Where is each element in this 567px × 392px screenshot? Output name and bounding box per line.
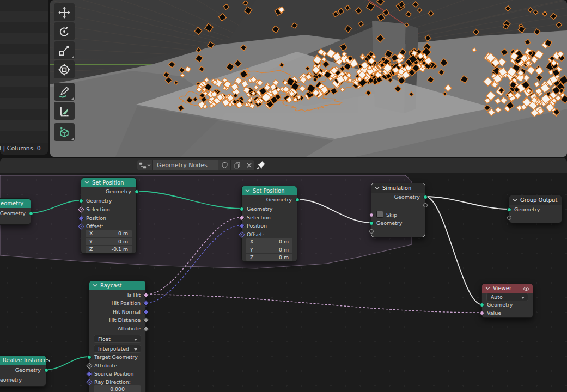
socket-geometry[interactable]	[369, 221, 374, 225]
node-editor-header: Geometry Nodes	[0, 158, 567, 173]
input-geometry: Geometry	[81, 197, 136, 205]
output-hit-normal: Hit Normal	[89, 308, 145, 316]
socket-geometry[interactable]	[135, 189, 139, 194]
node-header-group-output[interactable]: Group Output	[509, 195, 562, 205]
vector-value-fields: 0.000	[94, 385, 141, 392]
rotate-tool-button[interactable]	[54, 22, 75, 40]
socket-target-geometry[interactable]	[87, 355, 92, 359]
unlink-button[interactable]	[243, 160, 254, 170]
dropdown-interpolated[interactable]: Interpolated	[94, 345, 141, 353]
input-source-position: Source Position	[89, 370, 145, 378]
add-cube-icon	[58, 126, 70, 138]
node-title: Raycast	[100, 283, 122, 289]
node-join-geometry-partial[interactable]: eometryGeometry	[0, 198, 31, 225]
node-header-simulation[interactable]: Simulation	[371, 183, 425, 193]
spreadsheet-row	[0, 11, 48, 22]
spreadsheet-row	[0, 76, 48, 87]
input-attribute: Attribute	[89, 362, 145, 370]
spreadsheet-row	[0, 131, 48, 142]
output-geometry: Geometry	[0, 209, 31, 218]
input-geometry: Geometry	[482, 301, 533, 309]
node-set-position-1[interactable]: Set PositionGeometryGeometrySelectionPos…	[81, 177, 137, 254]
socket-geometry[interactable]	[240, 207, 244, 211]
move-tool-button[interactable]	[54, 3, 75, 21]
annotate-tool-button[interactable]	[54, 83, 75, 101]
pin-button[interactable]	[255, 160, 267, 171]
transform-tool-button[interactable]	[54, 60, 75, 78]
submenu-indicator	[71, 138, 74, 140]
socket-geometry[interactable]	[480, 303, 484, 307]
spreadsheet-panel[interactable]: 0 | Columns: 0	[0, 0, 48, 155]
node-title: Simulation	[382, 185, 411, 191]
node-title: Set Position	[253, 188, 285, 194]
value-field[interactable]: 0.000	[94, 385, 141, 392]
socket-geometry[interactable]	[44, 368, 48, 372]
node-realize-instances[interactable]: Realize InstancesGeometryeometry	[0, 355, 46, 387]
input-skip: Skip	[371, 211, 425, 219]
socket-value[interactable]	[480, 311, 484, 315]
node-header-raycast[interactable]: Raycast	[89, 281, 145, 290]
add-primitive-tool-button[interactable]	[54, 123, 75, 141]
dropdown-float[interactable]: Float	[94, 335, 141, 343]
collapse-chevron-icon[interactable]	[375, 186, 380, 190]
skip-checkbox[interactable]	[376, 211, 383, 218]
node-group-output[interactable]: Group OutputGeometry	[509, 195, 562, 223]
node-raycast[interactable]: RaycastIs HitHit PositionHit NormalHit D…	[89, 280, 146, 392]
value-field-x[interactable]: X0 m	[86, 230, 132, 237]
input-selection: Selection	[81, 205, 136, 214]
tree-name-field[interactable]: Geometry Nodes	[153, 160, 218, 170]
socket-extend[interactable]	[369, 229, 374, 234]
node-header-join-geometry-partial[interactable]: eometry	[0, 199, 31, 208]
socket-skip[interactable]	[369, 213, 374, 217]
input-geometry: Geometry	[242, 205, 297, 213]
scale-icon	[58, 45, 70, 57]
node-tree-icon	[139, 162, 147, 169]
socket-extend[interactable]	[507, 216, 511, 220]
node-header-set-position-2[interactable]: Set Position	[242, 186, 297, 195]
socket-geometry[interactable]	[29, 211, 33, 216]
socket-geometry[interactable]	[423, 195, 428, 199]
scale-tool-button[interactable]	[54, 41, 75, 59]
socket-geometry[interactable]	[79, 199, 83, 203]
spreadsheet-footer: 0 | Columns: 0	[0, 143, 48, 155]
dropdown-auto[interactable]: Auto	[486, 293, 528, 301]
chevron-down-icon	[147, 164, 151, 167]
value-field-y[interactable]: Y0 m	[86, 238, 132, 246]
spreadsheet-row	[0, 65, 48, 76]
collapse-chevron-icon[interactable]	[485, 286, 490, 290]
submenu-indicator	[71, 56, 74, 58]
node-set-position-2[interactable]: Set PositionGeometryGeometrySelectionPos…	[241, 186, 297, 262]
spreadsheet-row	[0, 98, 48, 109]
browse-tree-button[interactable]	[137, 160, 153, 170]
node-viewer[interactable]: ViewerAutoGeometryValue	[481, 283, 533, 318]
collapse-chevron-icon[interactable]	[84, 181, 89, 185]
output-geometry: Geometry	[0, 366, 46, 375]
input-position: Position	[242, 222, 297, 230]
viewport-scene	[50, 0, 567, 157]
input-value: Value	[482, 309, 533, 317]
socket-geometry[interactable]	[295, 198, 300, 202]
transform-icon	[58, 64, 70, 76]
output-geometry: Geometry	[81, 187, 136, 196]
collapse-chevron-icon[interactable]	[513, 198, 517, 202]
value-field-x[interactable]: X0 m	[246, 238, 292, 246]
node-header-realize-instances[interactable]: Realize Instances	[0, 356, 46, 365]
socket-geometry[interactable]	[507, 207, 511, 212]
new-copy-button[interactable]	[231, 160, 243, 170]
value-field-y[interactable]: Y0 m	[246, 246, 292, 254]
node-header-set-position-1[interactable]: Set Position	[81, 178, 136, 187]
socket-extend[interactable]	[423, 203, 428, 207]
collapse-chevron-icon[interactable]	[93, 284, 97, 287]
viewport-3d[interactable]	[50, 0, 567, 157]
measure-tool-button[interactable]	[54, 102, 75, 120]
input-position: Position	[81, 214, 136, 223]
value-field-z[interactable]: Z-0.1 m	[86, 246, 132, 253]
input-target-geometry: Target Geometry	[89, 353, 145, 362]
fake-user-button[interactable]	[218, 160, 231, 170]
collapse-chevron-icon[interactable]	[245, 189, 250, 193]
value-field-z[interactable]: Z0 m	[246, 254, 292, 261]
input-geometry: Geometry	[371, 219, 425, 228]
eye-icon[interactable]	[523, 286, 529, 291]
node-header-viewer[interactable]: Viewer	[482, 284, 533, 293]
node-simulation[interactable]: SimulationGeometrySkipGeometry	[371, 183, 425, 237]
